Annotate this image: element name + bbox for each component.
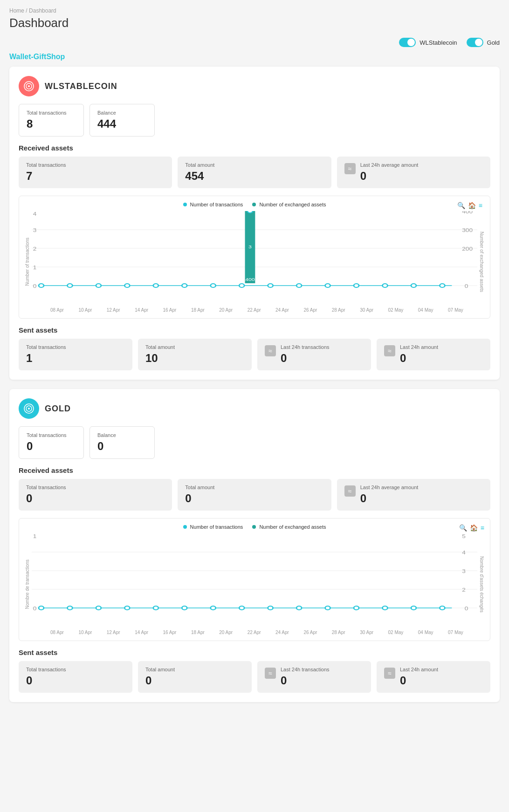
wlstablecoin-recv-amount-box: Total amount 454 [178, 157, 331, 188]
svg-point-27 [248, 211, 253, 213]
chart2-y-left-label: Nombre de transactions [25, 560, 30, 609]
svg-text:300: 300 [462, 228, 473, 233]
svg-point-55 [182, 606, 187, 610]
gold-sent-title: Sent assets [19, 648, 490, 656]
breadcrumb-current: Dashboard [29, 7, 56, 14]
chart1-svg: 0 1 2 3 4 0 200 300 400 3 400 [32, 211, 477, 304]
gold-recv-avg-value: 0 [360, 492, 419, 505]
chart1-home-icon[interactable]: 🏠 [468, 202, 476, 209]
chart2-home-icon[interactable]: 🏠 [470, 524, 478, 532]
equals-icon-4: ≈ [344, 485, 356, 497]
gold-sent-stats: Total transactions 0 Total amount 0 ≈ La… [19, 661, 490, 693]
svg-text:200: 200 [462, 246, 473, 252]
wlstablecoin-recv-tx-value: 7 [26, 170, 165, 183]
wlstablecoin-sent-24h-tx-label: Last 24h transactions [281, 344, 330, 350]
svg-point-37 [28, 408, 30, 409]
gold-recv-amount-box: Total amount 0 [178, 479, 331, 511]
legend-exchanged-1: Number of exchanged assets [252, 202, 326, 207]
chart2-menu-icon[interactable]: ≡ [481, 524, 484, 532]
wlstablecoin-recv-tx-label: Total transactions [26, 162, 165, 168]
svg-point-34 [440, 284, 445, 287]
legend-exchanged-2: Number of exchanged assets [252, 524, 326, 530]
svg-text:5: 5 [462, 534, 466, 539]
chart1-menu-icon[interactable]: ≡ [479, 202, 482, 209]
gold-balance-value: 0 [97, 440, 147, 453]
wlstablecoin-card: WLSTABLECOIN Total transactions 8 Balanc… [9, 67, 500, 380]
gold-recv-amount-label: Total amount [185, 484, 323, 490]
svg-text:0: 0 [33, 606, 37, 612]
gold-sent-tx-label: Total transactions [26, 667, 125, 672]
svg-point-21 [96, 284, 101, 287]
gold-received-stats: Total transactions 0 Total amount 0 ≈ La… [19, 479, 490, 511]
svg-point-54 [153, 606, 158, 610]
equals-icon-5: ≈ [265, 668, 276, 679]
gold-recv-amount-value: 0 [185, 492, 323, 505]
wlstablecoin-sent-title: Sent assets [19, 326, 490, 334]
wlstablecoin-sent-24h-amount-box: ≈ Last 24h amount 0 [377, 339, 490, 370]
gold-sent-24h-tx-box: ≈ Last 24h transactions 0 [257, 661, 371, 693]
svg-point-28 [268, 284, 273, 287]
toggle-wlstablecoin[interactable]: WLStablecoin [399, 38, 457, 47]
svg-point-59 [296, 606, 302, 610]
toggle-switch-gold[interactable] [467, 38, 483, 47]
svg-point-33 [411, 284, 416, 287]
chart1-x-labels: 08 Apr10 Apr12 Apr14 Apr16 Apr18 Apr20 A… [32, 307, 477, 313]
svg-point-53 [124, 606, 130, 610]
gold-recv-tx-value: 0 [26, 492, 165, 505]
svg-text:3: 3 [248, 245, 252, 249]
gold-balance-box: Balance 0 [89, 426, 155, 459]
chart1-y-right-label: Number of exchanged assets [479, 232, 484, 292]
toggle-knob-gold [475, 39, 482, 46]
svg-text:4: 4 [33, 212, 37, 217]
svg-point-2 [28, 85, 30, 87]
chart2-svg: 0 1 0 2 3 4 5 [32, 533, 477, 627]
gold-sent-amount-box: Total amount 0 [138, 661, 252, 693]
wlstablecoin-recv-avg-label: Last 24h average amount [360, 162, 419, 168]
wlstablecoin-recv-tx-box: Total transactions 7 [19, 157, 172, 188]
chart1-search-icon[interactable]: 🔍 [457, 202, 465, 209]
gold-icon [19, 398, 39, 419]
wlstablecoin-received-stats: Total transactions 7 Total amount 454 ≈ … [19, 157, 490, 188]
toggle-switch-wlstablecoin[interactable] [399, 38, 416, 47]
svg-text:3: 3 [33, 228, 37, 233]
wlstablecoin-icon [19, 76, 39, 96]
gold-balance-label: Balance [97, 432, 147, 438]
svg-text:4: 4 [462, 550, 466, 556]
toggle-gold[interactable]: Gold [467, 38, 500, 47]
gold-recv-avg-box: ≈ Last 24h average amount 0 [337, 479, 490, 511]
svg-point-32 [383, 284, 388, 287]
gold-card: GOLD Total transactions 0 Balance 0 Rece… [9, 389, 500, 702]
toggle-label-wlstablecoin: WLStablecoin [420, 39, 457, 46]
gold-sent-amount-label: Total amount [145, 667, 244, 672]
svg-point-30 [325, 284, 330, 287]
chart2-y-right-label: Nombre d'assets échangés [479, 556, 484, 613]
toggle-label-gold: Gold [487, 39, 500, 46]
chart1-inner: 0 1 2 3 4 0 200 300 400 3 400 [32, 211, 477, 313]
svg-text:1: 1 [33, 265, 37, 271]
chart2-search-icon[interactable]: 🔍 [459, 524, 467, 532]
svg-text:2: 2 [462, 587, 466, 593]
wlstablecoin-name: WLSTABLECOIN [45, 82, 117, 91]
wlstablecoin-total-tx-label: Total transactions [27, 110, 76, 116]
equals-icon-1: ≈ [344, 163, 356, 174]
gold-sent-24h-tx-value: 0 [281, 674, 330, 687]
svg-text:1: 1 [33, 534, 37, 539]
wlstablecoin-received-title: Received assets [19, 144, 490, 152]
svg-point-57 [239, 606, 244, 610]
equals-icon-3: ≈ [384, 345, 395, 356]
gold-recv-avg-content: Last 24h average amount 0 [360, 484, 419, 505]
svg-point-22 [124, 284, 130, 287]
gold-top-stats: Total transactions 0 Balance 0 [19, 426, 490, 459]
svg-point-19 [39, 284, 44, 287]
gold-sent-24h-tx-content: Last 24h transactions 0 [281, 667, 330, 687]
gold-sent-tx-box: Total transactions 0 [19, 661, 132, 693]
wlstablecoin-sent-24h-tx-box: ≈ Last 24h transactions 0 [257, 339, 371, 370]
toggle-knob-wlstablecoin [407, 39, 415, 46]
breadcrumb-home[interactable]: Home [9, 7, 24, 14]
svg-point-60 [325, 606, 330, 610]
legend-dot-exchanged-2 [252, 525, 256, 529]
gold-sent-24h-amount-value: 0 [400, 674, 438, 687]
wlstablecoin-balance-label: Balance [97, 110, 147, 116]
gold-sent-24h-amount-box: ≈ Last 24h amount 0 [377, 661, 490, 693]
svg-point-62 [383, 606, 388, 610]
